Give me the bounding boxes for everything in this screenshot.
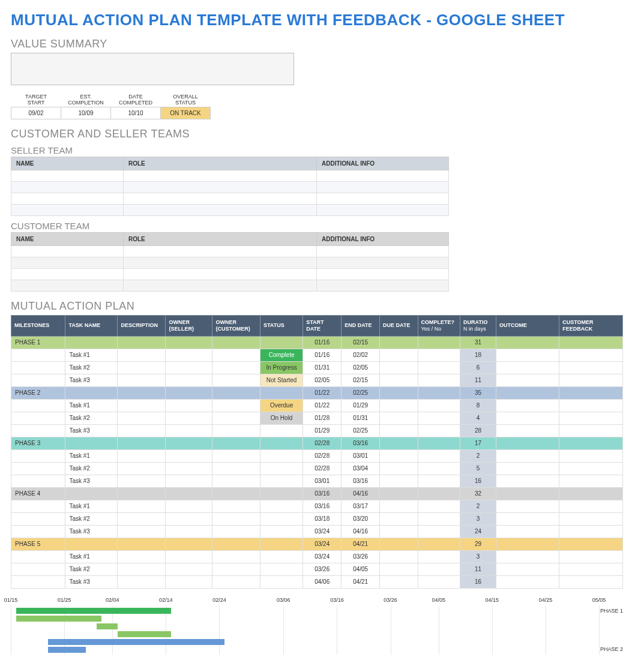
plan-header-task: TASK NAME (65, 316, 118, 337)
status-header-date-completed: DATE COMPLETED (111, 92, 161, 107)
status-cell-date-completed[interactable]: 10/10 (111, 107, 161, 119)
plan-header-owner-customer: OWNER (CUSTOMER) (212, 316, 260, 337)
customer-header-role: ROLE (124, 233, 317, 246)
gantt-chart: 01/1501/2502/0402/1402/2403/0603/1603/26… (11, 597, 623, 655)
table-row[interactable]: Task #103/1603/172 (11, 500, 623, 512)
table-row[interactable]: Task #203/2604/0511 (11, 563, 623, 575)
plan-table: MILESTONES TASK NAME DESCRIPTION OWNER (… (11, 315, 623, 589)
table-row[interactable] (11, 269, 449, 280)
table-row[interactable] (11, 257, 449, 269)
table-row[interactable] (11, 170, 449, 182)
table-row[interactable]: Task #304/0604/2116 (11, 575, 623, 588)
customer-team-heading: CUSTOMER TEAM (11, 221, 624, 231)
plan-header-start: START DATE (303, 316, 342, 337)
table-row[interactable]: Task #2On Hold01/2801/314 (11, 412, 623, 424)
table-row[interactable]: Task #202/2803/045 (11, 462, 623, 475)
plan-heading: MUTUAL ACTION PLAN (11, 300, 624, 313)
gantt-label-phase2: PHASE 2 (599, 646, 623, 652)
table-row[interactable]: Task #1Overdue01/2201/298 (11, 399, 623, 412)
customer-header-info: ADDITIONAL INFO (317, 233, 449, 246)
table-row[interactable]: PHASE 403/1604/1632 (11, 487, 623, 500)
gantt-tick: 05/05 (592, 597, 606, 603)
seller-team-heading: SELLER TEAM (11, 145, 624, 155)
gantt-tick: 01/15 (4, 597, 18, 603)
customer-team-table: NAMEROLEADDITIONAL INFO (11, 232, 449, 292)
customer-header-name: NAME (11, 233, 124, 246)
table-row[interactable]: PHASE 101/1602/1531 (11, 336, 623, 349)
table-row[interactable] (11, 193, 449, 205)
gantt-bar (48, 647, 85, 653)
table-row[interactable]: PHASE 201/2202/2535 (11, 386, 623, 399)
gantt-tick: 03/26 (384, 597, 397, 603)
table-row[interactable] (11, 182, 449, 193)
status-cell-target-start[interactable]: 09/02 (11, 107, 61, 119)
value-summary-heading: VALUE SUMMARY (11, 38, 624, 50)
table-row[interactable]: Task #103/2403/263 (11, 550, 623, 563)
table-row[interactable] (11, 246, 449, 257)
plan-header-end: END DATE (342, 316, 380, 337)
gantt-tick: 04/25 (539, 597, 553, 603)
status-header-target-start: TARGET START (11, 92, 61, 107)
gantt-bar (48, 639, 224, 645)
table-row[interactable] (11, 205, 449, 216)
gantt-tick: 03/16 (330, 597, 344, 603)
gantt-tick: 02/14 (159, 597, 173, 603)
gantt-tick: 03/06 (277, 597, 290, 603)
gantt-tick: 02/24 (212, 597, 226, 603)
gantt-bar (16, 608, 171, 614)
status-header-overall: OVERALL STATUS (161, 92, 211, 107)
plan-header-feedback: CUSTOMER FEEDBACK (559, 316, 623, 337)
table-row[interactable]: Task #203/1803/203 (11, 512, 623, 525)
gantt-label-phase1: PHASE 1 (599, 608, 623, 614)
plan-header-status: STATUS (260, 316, 303, 337)
table-row[interactable]: Task #303/2404/1624 (11, 525, 623, 538)
gantt-bar (97, 623, 118, 629)
table-row[interactable]: PHASE 503/2404/2129 (11, 538, 623, 550)
seller-team-table: NAMEROLEADDITIONAL INFO (11, 157, 449, 216)
seller-header-role: ROLE (124, 157, 317, 170)
status-header-est-completion: EST. COMPLETION (61, 92, 111, 107)
table-row[interactable]: Task #102/2803/012 (11, 449, 623, 462)
table-row[interactable]: Task #3Not Started02/0502/1511 (11, 374, 623, 386)
gantt-tick: 01/25 (58, 597, 71, 603)
seller-header-info: ADDITIONAL INFO (317, 157, 449, 170)
page-title: MUTUAL ACTION PLAN TEMPLATE WITH FEEDBAC… (11, 11, 624, 29)
value-summary-input[interactable] (11, 53, 294, 85)
gantt-bar (118, 631, 171, 637)
plan-header-duration: DURATION in days (460, 316, 496, 337)
gantt-tick: 02/04 (106, 597, 119, 603)
plan-header-desc: DESCRIPTION (118, 316, 166, 337)
table-row[interactable]: Task #1Complete01/1602/0218 (11, 349, 623, 361)
gantt-tick: 04/15 (486, 597, 499, 603)
plan-header-milestones: MILESTONES (11, 316, 65, 337)
table-row[interactable]: Task #2In Progress01/3102/056 (11, 361, 623, 374)
plan-header-outcome: OUTCOME (496, 316, 559, 337)
plan-header-owner-seller: OWNER (SELLER) (166, 316, 212, 337)
table-row[interactable]: PHASE 302/2803/1617 (11, 437, 623, 449)
status-summary-table: TARGET START EST. COMPLETION DATE COMPLE… (11, 92, 211, 119)
table-row[interactable]: Task #303/0103/1616 (11, 475, 623, 487)
gantt-bar (16, 616, 102, 622)
gantt-tick: 04/05 (432, 597, 445, 603)
teams-heading: CUSTOMER AND SELLER TEAMS (11, 128, 624, 140)
table-row[interactable] (11, 280, 449, 292)
plan-header-due: DUE DATE (380, 316, 418, 337)
status-cell-overall[interactable]: ON TRACK (161, 107, 211, 119)
status-cell-est-completion[interactable]: 10/09 (61, 107, 111, 119)
table-row[interactable]: Task #301/2902/2528 (11, 424, 623, 437)
seller-header-name: NAME (11, 157, 124, 170)
plan-header-complete: COMPLETE?Yes / No (418, 316, 460, 337)
